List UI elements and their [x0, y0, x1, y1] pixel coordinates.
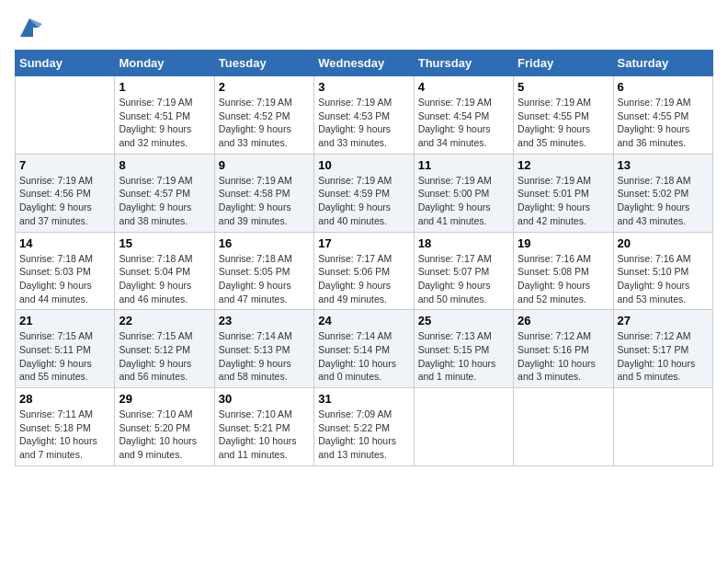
week-row-4: 21Sunrise: 7:15 AM Sunset: 5:11 PM Dayli… — [16, 310, 713, 388]
week-row-1: 1Sunrise: 7:19 AM Sunset: 4:51 PM Daylig… — [16, 76, 713, 155]
day-cell: 23Sunrise: 7:14 AM Sunset: 5:13 PM Dayli… — [214, 310, 313, 388]
day-number: 13 — [618, 158, 709, 172]
day-info: Sunrise: 7:16 AM Sunset: 5:08 PM Dayligh… — [518, 252, 609, 306]
day-number: 26 — [518, 314, 609, 327]
day-cell: 5Sunrise: 7:19 AM Sunset: 4:55 PM Daylig… — [514, 76, 613, 155]
header-cell-wednesday: Wednesday — [314, 51, 414, 76]
day-cell — [613, 388, 712, 466]
logo — [15, 15, 42, 40]
day-info: Sunrise: 7:19 AM Sunset: 4:55 PM Dayligh… — [518, 96, 609, 150]
day-info: Sunrise: 7:13 AM Sunset: 5:15 PM Dayligh… — [418, 329, 509, 384]
calendar-header: SundayMondayTuesdayWednesdayThursdayFrid… — [16, 51, 713, 76]
day-info: Sunrise: 7:18 AM Sunset: 5:05 PM Dayligh… — [219, 252, 310, 306]
day-cell: 11Sunrise: 7:19 AM Sunset: 5:00 PM Dayli… — [414, 154, 513, 232]
day-cell — [514, 388, 613, 466]
day-cell: 24Sunrise: 7:14 AM Sunset: 5:14 PM Dayli… — [314, 310, 414, 388]
day-number: 5 — [518, 80, 609, 94]
day-info: Sunrise: 7:10 AM Sunset: 5:20 PM Dayligh… — [119, 408, 210, 462]
day-info: Sunrise: 7:18 AM Sunset: 5:04 PM Dayligh… — [119, 252, 210, 306]
day-info: Sunrise: 7:17 AM Sunset: 5:06 PM Dayligh… — [318, 252, 409, 306]
day-number: 3 — [318, 80, 409, 94]
day-number: 18 — [418, 236, 509, 250]
day-info: Sunrise: 7:19 AM Sunset: 4:53 PM Dayligh… — [318, 96, 409, 150]
header-cell-tuesday: Tuesday — [214, 51, 313, 76]
day-number: 15 — [119, 236, 210, 250]
day-cell: 10Sunrise: 7:19 AM Sunset: 4:59 PM Dayli… — [314, 154, 414, 232]
day-number: 12 — [518, 158, 609, 172]
day-cell: 22Sunrise: 7:15 AM Sunset: 5:12 PM Dayli… — [115, 310, 214, 388]
day-cell: 27Sunrise: 7:12 AM Sunset: 5:17 PM Dayli… — [613, 310, 712, 388]
header-row: SundayMondayTuesdayWednesdayThursdayFrid… — [16, 51, 713, 76]
day-number: 1 — [119, 80, 210, 94]
day-cell: 28Sunrise: 7:11 AM Sunset: 5:18 PM Dayli… — [16, 388, 115, 466]
day-number: 19 — [518, 236, 609, 250]
day-cell: 8Sunrise: 7:19 AM Sunset: 4:57 PM Daylig… — [115, 154, 214, 232]
day-number: 4 — [418, 80, 509, 94]
day-info: Sunrise: 7:12 AM Sunset: 5:17 PM Dayligh… — [618, 329, 709, 384]
calendar-body: 1Sunrise: 7:19 AM Sunset: 4:51 PM Daylig… — [16, 76, 713, 466]
day-info: Sunrise: 7:19 AM Sunset: 4:59 PM Dayligh… — [318, 174, 409, 228]
day-info: Sunrise: 7:19 AM Sunset: 4:54 PM Dayligh… — [418, 96, 509, 150]
day-cell: 31Sunrise: 7:09 AM Sunset: 5:22 PM Dayli… — [314, 388, 414, 466]
week-row-2: 7Sunrise: 7:19 AM Sunset: 4:56 PM Daylig… — [16, 154, 713, 232]
day-number: 31 — [318, 392, 409, 406]
day-cell: 15Sunrise: 7:18 AM Sunset: 5:04 PM Dayli… — [115, 232, 214, 310]
day-info: Sunrise: 7:19 AM Sunset: 4:51 PM Dayligh… — [119, 96, 210, 150]
day-number: 21 — [19, 314, 110, 327]
day-cell: 29Sunrise: 7:10 AM Sunset: 5:20 PM Dayli… — [115, 388, 214, 466]
day-cell: 19Sunrise: 7:16 AM Sunset: 5:08 PM Dayli… — [514, 232, 613, 310]
day-cell: 7Sunrise: 7:19 AM Sunset: 4:56 PM Daylig… — [16, 154, 115, 232]
day-cell — [16, 76, 115, 155]
day-info: Sunrise: 7:19 AM Sunset: 4:55 PM Dayligh… — [618, 96, 709, 150]
day-cell: 3Sunrise: 7:19 AM Sunset: 4:53 PM Daylig… — [314, 76, 414, 155]
day-number: 11 — [418, 158, 509, 172]
day-cell: 20Sunrise: 7:16 AM Sunset: 5:10 PM Dayli… — [613, 232, 712, 310]
day-number: 24 — [318, 314, 409, 327]
day-number: 29 — [119, 392, 210, 406]
day-number: 8 — [119, 158, 210, 172]
day-cell: 2Sunrise: 7:19 AM Sunset: 4:52 PM Daylig… — [214, 76, 313, 155]
day-cell: 25Sunrise: 7:13 AM Sunset: 5:15 PM Dayli… — [414, 310, 513, 388]
day-cell: 16Sunrise: 7:18 AM Sunset: 5:05 PM Dayli… — [214, 232, 313, 310]
page-header — [15, 15, 713, 40]
day-info: Sunrise: 7:15 AM Sunset: 5:11 PM Dayligh… — [19, 329, 110, 384]
day-cell: 6Sunrise: 7:19 AM Sunset: 4:55 PM Daylig… — [613, 76, 712, 155]
day-info: Sunrise: 7:16 AM Sunset: 5:10 PM Dayligh… — [618, 252, 709, 306]
day-info: Sunrise: 7:19 AM Sunset: 4:52 PM Dayligh… — [219, 96, 310, 150]
day-cell: 18Sunrise: 7:17 AM Sunset: 5:07 PM Dayli… — [414, 232, 513, 310]
header-cell-friday: Friday — [514, 51, 613, 76]
day-info: Sunrise: 7:18 AM Sunset: 5:02 PM Dayligh… — [618, 174, 709, 228]
day-cell: 13Sunrise: 7:18 AM Sunset: 5:02 PM Dayli… — [613, 154, 712, 232]
day-info: Sunrise: 7:19 AM Sunset: 5:00 PM Dayligh… — [418, 174, 509, 228]
day-cell: 26Sunrise: 7:12 AM Sunset: 5:16 PM Dayli… — [514, 310, 613, 388]
day-cell: 1Sunrise: 7:19 AM Sunset: 4:51 PM Daylig… — [115, 76, 214, 155]
day-number: 20 — [618, 236, 709, 250]
header-cell-monday: Monday — [115, 51, 214, 76]
header-cell-sunday: Sunday — [16, 51, 115, 76]
day-cell: 9Sunrise: 7:19 AM Sunset: 4:58 PM Daylig… — [214, 154, 313, 232]
day-info: Sunrise: 7:11 AM Sunset: 5:18 PM Dayligh… — [19, 408, 110, 462]
day-number: 17 — [318, 236, 409, 250]
day-info: Sunrise: 7:19 AM Sunset: 5:01 PM Dayligh… — [518, 174, 609, 228]
day-info: Sunrise: 7:14 AM Sunset: 5:14 PM Dayligh… — [318, 329, 409, 384]
day-number: 25 — [418, 314, 509, 327]
day-number: 10 — [318, 158, 409, 172]
day-info: Sunrise: 7:10 AM Sunset: 5:21 PM Dayligh… — [219, 408, 310, 462]
day-info: Sunrise: 7:18 AM Sunset: 5:03 PM Dayligh… — [19, 252, 110, 306]
day-number: 9 — [219, 158, 310, 172]
day-info: Sunrise: 7:15 AM Sunset: 5:12 PM Dayligh… — [119, 329, 210, 384]
week-row-3: 14Sunrise: 7:18 AM Sunset: 5:03 PM Dayli… — [16, 232, 713, 310]
day-number: 16 — [219, 236, 310, 250]
day-info: Sunrise: 7:12 AM Sunset: 5:16 PM Dayligh… — [518, 329, 609, 384]
day-info: Sunrise: 7:09 AM Sunset: 5:22 PM Dayligh… — [318, 408, 409, 462]
day-cell: 21Sunrise: 7:15 AM Sunset: 5:11 PM Dayli… — [16, 310, 115, 388]
day-cell: 12Sunrise: 7:19 AM Sunset: 5:01 PM Dayli… — [514, 154, 613, 232]
day-number: 14 — [19, 236, 110, 250]
day-info: Sunrise: 7:19 AM Sunset: 4:57 PM Dayligh… — [119, 174, 210, 228]
day-number: 6 — [618, 80, 709, 94]
day-cell: 4Sunrise: 7:19 AM Sunset: 4:54 PM Daylig… — [414, 76, 513, 155]
logo-icon — [17, 15, 42, 40]
header-cell-saturday: Saturday — [613, 51, 712, 76]
week-row-5: 28Sunrise: 7:11 AM Sunset: 5:18 PM Dayli… — [16, 388, 713, 466]
day-cell: 17Sunrise: 7:17 AM Sunset: 5:06 PM Dayli… — [314, 232, 414, 310]
